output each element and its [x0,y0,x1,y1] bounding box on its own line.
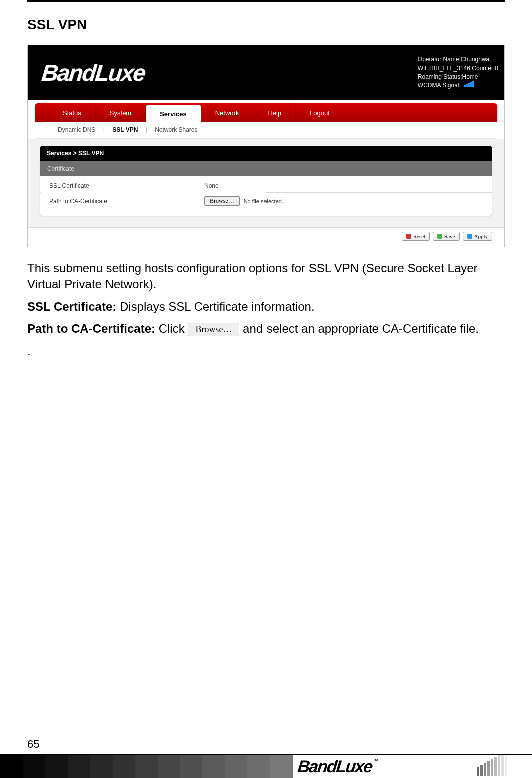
nav-help[interactable]: Help [253,103,296,122]
main-nav: Status System Services Network Help Logo… [35,103,497,122]
nav-system[interactable]: System [96,103,146,122]
browse-button[interactable]: Browse… [204,196,240,206]
trailing-dot: . [27,343,505,359]
ssl-cert-rest: Displays SSL Certificate information. [116,300,314,313]
wifi-line: WiFi:BR_LTE_3146 Counter:0 [418,64,498,73]
screenshot-panel: BandLuxe Operator Name:Chunghwa WiFi:BR_… [27,45,505,247]
screenshot-header: BandLuxe Operator Name:Chunghwa WiFi:BR_… [28,45,504,100]
operator-info: Operator Name:Chunghwa WiFi:BR_LTE_3146 … [418,55,498,90]
save-label: Save [444,233,455,239]
apply-icon [467,234,472,239]
subnav-separator: | [100,126,108,133]
breadcrumb: Services > SSL VPN [40,146,492,161]
certificate-panel: Certificate SSL Certificate None Path to… [40,161,492,216]
subnav-network-shares[interactable]: Network Shares [152,126,200,133]
nav-network[interactable]: Network [201,103,254,122]
nav-logout[interactable]: Logout [296,103,344,122]
apply-label: Apply [474,233,488,239]
sub-nav: Dynamic DNS | SSL VPN | Network Shares [35,122,497,139]
ca-path-row: Path to CA-Certificate Browse… No file s… [40,193,492,209]
reset-icon [406,234,411,239]
subnav-dynamic-dns[interactable]: Dynamic DNS [55,126,98,133]
reset-button[interactable]: Reset [402,232,430,241]
roaming-line: Roaming Status:Home [418,73,498,81]
operator-name-line: Operator Name:Chunghwa [418,55,498,64]
nav-status[interactable]: Status [49,103,96,122]
footer-brand: BandLuxe™ [292,757,478,776]
save-icon [437,234,442,239]
page-number: 65 [0,738,532,755]
reset-label: Reset [413,233,425,239]
signal-label: WCDMA Signal: [418,82,461,89]
ssl-cert-value: None [204,182,483,189]
page-footer: 65 BandLuxe™ [0,738,532,778]
subnav-separator: | [143,126,150,133]
footer-brand-text: BandLuxe [297,757,373,776]
ca-path-pre: Click [155,322,188,335]
ssl-cert-paragraph: SSL Certificate: Displays SSL Certificat… [27,299,505,315]
footer-color-blocks [0,755,293,778]
signal-icon [464,81,474,90]
action-row: Reset Save Apply [28,227,504,247]
intro-paragraph: This submenu setting hosts configuration… [27,260,505,293]
ssl-cert-bold: SSL Certificate: [27,300,116,313]
ca-path-bold: Path to CA-Certificate: [27,322,155,335]
subnav-ssl-vpn[interactable]: SSL VPN [109,126,141,133]
inline-browse-button[interactable]: Browse… [188,323,239,336]
ca-path-post: and select an appropriate CA-Certificate… [243,322,479,335]
body-copy: This submenu setting hosts configuration… [27,260,505,359]
nav-services[interactable]: Services [146,105,201,122]
panel-title: Certificate [40,161,492,176]
trademark: ™ [373,757,378,764]
ca-path-paragraph: Path to CA-Certificate: Click Browse… an… [27,321,505,337]
section-title: SSL VPN [27,17,505,33]
ssl-cert-label: SSL Certificate [49,182,204,189]
ca-path-label: Path to CA-Certificate [49,198,204,205]
save-button[interactable]: Save [433,232,459,241]
ssl-cert-row: SSL Certificate None [40,179,492,193]
apply-button[interactable]: Apply [463,232,493,241]
footer-stripes [477,755,532,778]
brand-logo: BandLuxe [40,59,146,86]
no-file-label: No file selected. [244,198,283,204]
